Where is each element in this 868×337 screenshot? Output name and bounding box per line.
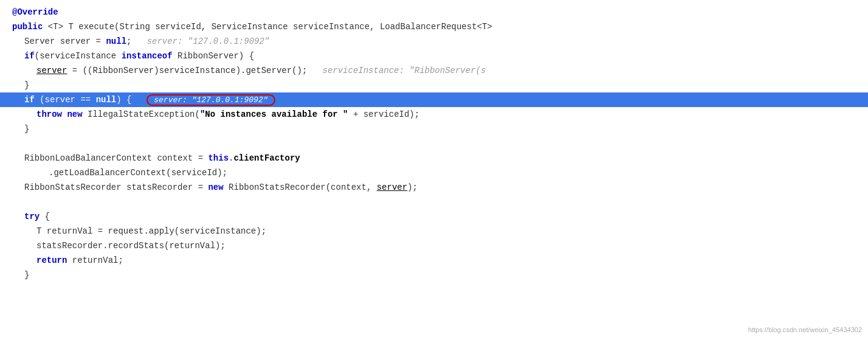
method-signature: <T> T execute(String serviceId, ServiceI… bbox=[43, 22, 492, 32]
code-line-blank2 bbox=[0, 195, 868, 209]
kw-public: public bbox=[12, 22, 43, 32]
server-decl-text: Server server = bbox=[24, 36, 106, 46]
server-bubble-annotation: server: "127.0.0.1:9092" bbox=[146, 94, 275, 106]
code-line-server-decl: Server server = null; server: "127.0.0.1… bbox=[0, 34, 868, 49]
watermark: https://blog.csdn.net/weixin_45434302 bbox=[748, 326, 862, 333]
code-line-close3: } bbox=[0, 268, 868, 282]
kw-instanceof: instanceof bbox=[122, 51, 173, 61]
code-line-returnval: T returnVal = request.apply(serviceInsta… bbox=[0, 224, 868, 238]
kw-null: null bbox=[106, 36, 126, 46]
code-line-blank1 bbox=[0, 136, 868, 151]
code-line-close2: } bbox=[0, 122, 868, 136]
code-line-close1: } bbox=[0, 78, 868, 92]
kw-null2: null bbox=[96, 95, 117, 105]
code-line-throw: throw new IllegalStateException("No inst… bbox=[0, 107, 868, 122]
client-factory-method: clientFactory bbox=[233, 153, 300, 163]
code-line-if-null: if (server == null) { server: "127.0.0.1… bbox=[0, 92, 868, 107]
code-line-override: @Override bbox=[0, 5, 868, 19]
kw-return: return bbox=[36, 255, 67, 265]
serviceinstance-comment: serviceInstance: "RibbonServer(s bbox=[323, 66, 486, 75]
code-line-context-assign: RibbonLoadBalancerContext context = this… bbox=[0, 151, 868, 165]
server-comment: server: "127.0.0.1:9092" bbox=[147, 36, 270, 46]
code-line-return: return returnVal; bbox=[0, 253, 868, 268]
code-line-server-assign: server = ((RibbonServer)serviceInstance)… bbox=[0, 63, 868, 78]
kw-throw: throw bbox=[36, 109, 62, 119]
exception-string: "No instances available for " bbox=[200, 109, 348, 119]
override-annotation: @Override bbox=[12, 7, 58, 17]
code-container: @Override public <T> T execute(String se… bbox=[0, 0, 868, 337]
code-line-context-method: .getLoadBalancerContext(serviceId); bbox=[0, 165, 868, 180]
kw-try: try bbox=[24, 212, 40, 221]
code-line-recordstats: statsRecorder.recordStats(returnVal); bbox=[0, 238, 868, 253]
kw-this: this bbox=[208, 153, 229, 163]
code-line-try: try { bbox=[0, 209, 868, 224]
server-underline: server bbox=[36, 66, 67, 75]
code-line-method-sig: public <T> T execute(String serviceId, S… bbox=[0, 19, 868, 34]
code-line-if-instanceof: if(serviceInstance instanceof RibbonServ… bbox=[0, 49, 868, 63]
server-underline2: server bbox=[377, 182, 407, 192]
kw-new2: new bbox=[208, 182, 223, 192]
kw-if2: if bbox=[24, 95, 35, 105]
kw-new1: new bbox=[67, 109, 82, 119]
code-line-stats-recorder: RibbonStatsRecorder statsRecorder = new … bbox=[0, 180, 868, 195]
kw-if1: if bbox=[24, 51, 35, 61]
